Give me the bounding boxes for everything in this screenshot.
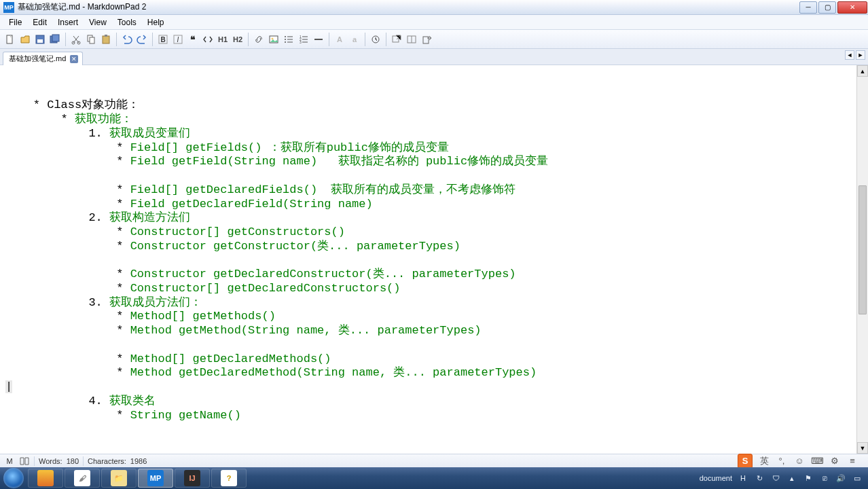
menu-file[interactable]: File xyxy=(3,16,27,29)
vertical-scrollbar[interactable]: ▲ ▼ xyxy=(856,65,868,454)
chars-label: Characters: xyxy=(88,457,126,465)
ordered-list-icon[interactable]: 123 xyxy=(297,33,310,46)
book-icon[interactable] xyxy=(19,456,30,466)
svg-text:❝: ❝ xyxy=(190,34,196,45)
paste-icon[interactable] xyxy=(99,33,113,46)
tab-prev-button[interactable]: ◄ xyxy=(845,50,854,60)
separator xyxy=(386,33,386,46)
heading2-button[interactable]: H2 xyxy=(231,33,245,46)
separator xyxy=(329,33,329,46)
unordered-list-icon[interactable] xyxy=(282,33,295,46)
menu-view[interactable]: View xyxy=(84,16,112,29)
title-bar: MP 基础加强笔记.md - MarkdownPad 2 ─ ▢ ✕ xyxy=(0,0,868,15)
tray-document-label: document xyxy=(700,474,732,482)
svg-rect-3 xyxy=(37,39,43,43)
separator xyxy=(248,33,249,46)
tray-network-icon[interactable]: ⎚ xyxy=(819,473,830,484)
tray-more-icon[interactable]: ▴ xyxy=(786,473,797,484)
menu-tools[interactable]: Tools xyxy=(112,16,142,29)
words-label: Words: xyxy=(39,457,62,465)
markdown-mode-icon[interactable]: M xyxy=(4,456,15,466)
menu-bar: File Edit Insert View Tools Help xyxy=(0,15,868,30)
menu-edit[interactable]: Edit xyxy=(27,16,52,29)
ime-emoji-icon[interactable]: ☺ xyxy=(793,455,806,467)
task-intellij[interactable]: IJ xyxy=(175,469,210,488)
heading1-button[interactable]: H1 xyxy=(216,33,230,46)
copy-icon[interactable] xyxy=(84,33,98,46)
svg-text:I: I xyxy=(177,36,179,43)
tray-action-icon[interactable]: ⚑ xyxy=(803,473,814,484)
svg-text:3: 3 xyxy=(300,40,302,44)
close-button[interactable]: ✕ xyxy=(837,1,867,14)
scroll-track[interactable] xyxy=(857,77,868,442)
task-app-1[interactable] xyxy=(28,469,63,488)
tab-close-icon[interactable]: ✕ xyxy=(70,55,78,63)
ime-lang-button[interactable]: 英 xyxy=(758,455,770,467)
svg-point-19 xyxy=(285,36,286,37)
tray-sync-icon[interactable]: ↻ xyxy=(754,473,765,484)
ime-brand-icon[interactable]: S xyxy=(738,454,753,469)
hr-icon[interactable] xyxy=(312,33,325,46)
save-all-icon[interactable] xyxy=(48,33,62,46)
separator xyxy=(83,456,84,466)
ime-punct-button[interactable]: °, xyxy=(776,455,788,467)
system-tray: document H ↻ 🛡 ▴ ⚑ ⎚ 🔊 ▭ xyxy=(700,473,868,484)
window-controls: ─ ▢ ✕ xyxy=(799,1,868,14)
task-paint[interactable]: 🖌 xyxy=(65,469,100,488)
task-explorer[interactable]: 📁 xyxy=(101,469,137,488)
undo-icon[interactable] xyxy=(120,33,134,46)
start-button[interactable] xyxy=(0,467,27,489)
window-title: 基础加强笔记.md - MarkdownPad 2 xyxy=(18,1,146,13)
separator xyxy=(34,456,35,466)
svg-rect-10 xyxy=(103,36,109,43)
export-icon[interactable] xyxy=(420,33,433,46)
open-file-icon[interactable] xyxy=(18,33,32,46)
separator xyxy=(365,33,365,46)
scroll-thumb[interactable] xyxy=(858,185,867,314)
menu-insert[interactable]: Insert xyxy=(52,16,84,29)
svg-rect-11 xyxy=(105,35,107,37)
tab-label: 基础加强笔记.md xyxy=(9,54,66,64)
maximize-button[interactable]: ▢ xyxy=(818,1,836,14)
svg-point-21 xyxy=(285,41,286,43)
preview-split-icon[interactable] xyxy=(405,33,418,46)
text-editor[interactable]: * Class对象功能： * 获取功能： 1. 获取成员变量们 * Field[… xyxy=(0,65,856,454)
tab-strip: 基础加强笔记.md ✕ ◄ ► xyxy=(0,49,868,65)
task-markdownpad[interactable]: MP xyxy=(138,469,173,488)
quote-icon[interactable]: ❝ xyxy=(186,33,200,46)
ime-settings-icon[interactable]: ⚙ xyxy=(829,455,841,467)
tab-next-button[interactable]: ► xyxy=(856,50,865,60)
code-icon[interactable] xyxy=(201,33,215,46)
menu-help[interactable]: Help xyxy=(142,16,170,29)
font-larger-button[interactable]: A xyxy=(333,33,346,46)
bold-icon[interactable]: B xyxy=(156,33,170,46)
tray-ime-icon[interactable]: H xyxy=(738,473,748,484)
ime-menu-icon[interactable]: ≡ xyxy=(846,455,858,467)
link-icon[interactable] xyxy=(252,33,266,46)
task-help[interactable]: ? xyxy=(211,469,247,488)
editor-area: * Class对象功能： * 获取功能： 1. 获取成员变量们 * Field[… xyxy=(0,65,868,454)
tray-shield-icon[interactable]: 🛡 xyxy=(770,473,781,484)
redo-icon[interactable] xyxy=(135,33,149,46)
words-count: 180 xyxy=(67,457,79,465)
tray-screen-icon[interactable]: ▭ xyxy=(852,473,863,484)
app-icon: MP xyxy=(3,2,14,13)
tray-volume-icon[interactable]: 🔊 xyxy=(835,473,846,484)
separator xyxy=(152,33,153,46)
svg-point-20 xyxy=(285,39,286,40)
tab-nav: ◄ ► xyxy=(845,50,865,60)
image-icon[interactable] xyxy=(267,33,281,46)
tab-document[interactable]: 基础加强笔记.md ✕ xyxy=(3,52,83,65)
ime-soft-keyboard-icon[interactable]: ⌨ xyxy=(811,455,823,467)
cut-icon[interactable] xyxy=(69,33,83,46)
new-file-icon[interactable] xyxy=(3,33,17,46)
minimize-button[interactable]: ─ xyxy=(799,1,817,14)
save-icon[interactable] xyxy=(33,33,47,46)
italic-icon[interactable]: I xyxy=(171,33,185,46)
timestamp-icon[interactable] xyxy=(369,33,382,46)
font-smaller-button[interactable]: a xyxy=(348,33,361,46)
svg-rect-9 xyxy=(90,37,94,43)
taskbar: 🖌 📁 MP IJ ? document H ↻ 🛡 ▴ ⚑ ⎚ 🔊 ▭ xyxy=(0,467,868,489)
preview-external-icon[interactable] xyxy=(390,33,403,46)
scroll-up-button[interactable]: ▲ xyxy=(857,65,868,77)
